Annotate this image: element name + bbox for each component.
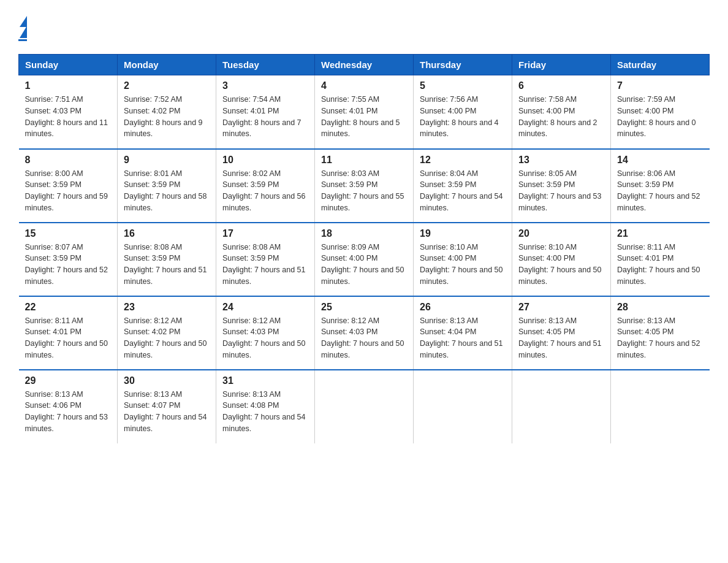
day-info: Sunrise: 8:10 AMSunset: 4:00 PMDaylight:… bbox=[518, 242, 604, 288]
day-info: Sunrise: 8:08 AMSunset: 3:59 PMDaylight:… bbox=[124, 242, 210, 288]
calendar-cell: 20Sunrise: 8:10 AMSunset: 4:00 PMDayligh… bbox=[512, 223, 611, 296]
day-info: Sunrise: 7:58 AMSunset: 4:00 PMDaylight:… bbox=[518, 94, 604, 140]
calendar-table: SundayMondayTuesdayWednesdayThursdayFrid… bbox=[18, 54, 710, 443]
day-number: 8 bbox=[25, 155, 112, 166]
day-number: 14 bbox=[617, 155, 703, 166]
day-number: 10 bbox=[222, 155, 308, 166]
weekday-header-saturday: Saturday bbox=[611, 55, 710, 75]
day-number: 20 bbox=[518, 228, 604, 239]
day-number: 22 bbox=[25, 302, 112, 313]
day-info: Sunrise: 8:01 AMSunset: 3:59 PMDaylight:… bbox=[124, 168, 210, 214]
calendar-cell: 21Sunrise: 8:11 AMSunset: 4:01 PMDayligh… bbox=[611, 223, 710, 296]
calendar-cell: 25Sunrise: 8:12 AMSunset: 4:03 PMDayligh… bbox=[315, 296, 414, 370]
day-info: Sunrise: 8:11 AMSunset: 4:01 PMDaylight:… bbox=[617, 242, 703, 288]
day-info: Sunrise: 8:12 AMSunset: 4:03 PMDaylight:… bbox=[222, 315, 308, 361]
calendar-cell: 7Sunrise: 7:59 AMSunset: 4:00 PMDaylight… bbox=[611, 75, 710, 149]
weekday-header-friday: Friday bbox=[512, 55, 611, 75]
day-number: 5 bbox=[420, 80, 506, 91]
day-number: 12 bbox=[420, 155, 506, 166]
day-number: 16 bbox=[124, 228, 210, 239]
day-info: Sunrise: 7:54 AMSunset: 4:01 PMDaylight:… bbox=[222, 94, 308, 140]
day-info: Sunrise: 8:03 AMSunset: 3:59 PMDaylight:… bbox=[321, 168, 407, 214]
day-info: Sunrise: 8:07 AMSunset: 3:59 PMDaylight:… bbox=[25, 242, 112, 288]
day-number: 28 bbox=[617, 302, 703, 313]
calendar-cell: 14Sunrise: 8:06 AMSunset: 3:59 PMDayligh… bbox=[611, 149, 710, 223]
day-number: 25 bbox=[321, 302, 407, 313]
calendar-week-row: 15Sunrise: 8:07 AMSunset: 3:59 PMDayligh… bbox=[19, 223, 710, 296]
day-number: 23 bbox=[124, 302, 210, 313]
day-info: Sunrise: 8:11 AMSunset: 4:01 PMDaylight:… bbox=[25, 315, 112, 361]
logo bbox=[18, 12, 27, 42]
calendar-cell: 29Sunrise: 8:13 AMSunset: 4:06 PMDayligh… bbox=[19, 370, 118, 443]
day-number: 11 bbox=[321, 155, 407, 166]
day-number: 18 bbox=[321, 228, 407, 239]
day-number: 19 bbox=[420, 228, 506, 239]
day-info: Sunrise: 7:59 AMSunset: 4:00 PMDaylight:… bbox=[617, 94, 703, 140]
calendar-cell: 12Sunrise: 8:04 AMSunset: 3:59 PMDayligh… bbox=[414, 149, 512, 223]
calendar-cell bbox=[611, 370, 710, 443]
calendar-cell: 24Sunrise: 8:12 AMSunset: 4:03 PMDayligh… bbox=[216, 296, 315, 370]
calendar-cell: 5Sunrise: 7:56 AMSunset: 4:00 PMDaylight… bbox=[414, 75, 512, 149]
calendar-cell: 23Sunrise: 8:12 AMSunset: 4:02 PMDayligh… bbox=[118, 296, 216, 370]
weekday-header-row: SundayMondayTuesdayWednesdayThursdayFrid… bbox=[19, 55, 710, 75]
calendar-cell: 27Sunrise: 8:13 AMSunset: 4:05 PMDayligh… bbox=[512, 296, 611, 370]
day-number: 26 bbox=[420, 302, 506, 313]
logo-blue-text bbox=[18, 39, 27, 42]
day-info: Sunrise: 7:55 AMSunset: 4:01 PMDaylight:… bbox=[321, 94, 407, 140]
calendar-cell: 3Sunrise: 7:54 AMSunset: 4:01 PMDaylight… bbox=[216, 75, 315, 149]
page-header bbox=[18, 12, 710, 42]
calendar-cell: 30Sunrise: 8:13 AMSunset: 4:07 PMDayligh… bbox=[118, 370, 216, 443]
calendar-cell: 1Sunrise: 7:51 AMSunset: 4:03 PMDaylight… bbox=[19, 75, 118, 149]
day-info: Sunrise: 8:13 AMSunset: 4:04 PMDaylight:… bbox=[420, 315, 506, 361]
calendar-cell bbox=[315, 370, 414, 443]
calendar-cell: 28Sunrise: 8:13 AMSunset: 4:05 PMDayligh… bbox=[611, 296, 710, 370]
weekday-header-sunday: Sunday bbox=[19, 55, 118, 75]
day-number: 13 bbox=[518, 155, 604, 166]
calendar-cell: 2Sunrise: 7:52 AMSunset: 4:02 PMDaylight… bbox=[118, 75, 216, 149]
day-info: Sunrise: 8:12 AMSunset: 4:02 PMDaylight:… bbox=[124, 315, 210, 361]
day-info: Sunrise: 8:09 AMSunset: 4:00 PMDaylight:… bbox=[321, 242, 407, 288]
calendar-cell: 22Sunrise: 8:11 AMSunset: 4:01 PMDayligh… bbox=[19, 296, 118, 370]
day-number: 17 bbox=[222, 228, 308, 239]
day-info: Sunrise: 7:52 AMSunset: 4:02 PMDaylight:… bbox=[124, 94, 210, 140]
day-info: Sunrise: 8:00 AMSunset: 3:59 PMDaylight:… bbox=[25, 168, 112, 214]
calendar-cell: 11Sunrise: 8:03 AMSunset: 3:59 PMDayligh… bbox=[315, 149, 414, 223]
day-number: 29 bbox=[25, 375, 112, 386]
day-number: 1 bbox=[25, 80, 112, 91]
day-info: Sunrise: 8:12 AMSunset: 4:03 PMDaylight:… bbox=[321, 315, 407, 361]
calendar-cell bbox=[414, 370, 512, 443]
calendar-cell: 16Sunrise: 8:08 AMSunset: 3:59 PMDayligh… bbox=[118, 223, 216, 296]
day-info: Sunrise: 8:13 AMSunset: 4:05 PMDaylight:… bbox=[617, 315, 703, 361]
calendar-cell: 8Sunrise: 8:00 AMSunset: 3:59 PMDaylight… bbox=[19, 149, 118, 223]
calendar-week-row: 29Sunrise: 8:13 AMSunset: 4:06 PMDayligh… bbox=[19, 370, 710, 443]
day-info: Sunrise: 8:04 AMSunset: 3:59 PMDaylight:… bbox=[420, 168, 506, 214]
calendar-week-row: 1Sunrise: 7:51 AMSunset: 4:03 PMDaylight… bbox=[19, 75, 710, 149]
day-info: Sunrise: 8:13 AMSunset: 4:05 PMDaylight:… bbox=[518, 315, 604, 361]
calendar-week-row: 22Sunrise: 8:11 AMSunset: 4:01 PMDayligh… bbox=[19, 296, 710, 370]
day-number: 21 bbox=[617, 228, 703, 239]
day-number: 31 bbox=[222, 375, 308, 386]
logo-arrow-icon bbox=[20, 26, 27, 38]
day-info: Sunrise: 8:06 AMSunset: 3:59 PMDaylight:… bbox=[617, 168, 703, 214]
weekday-header-wednesday: Wednesday bbox=[315, 55, 414, 75]
calendar-cell: 18Sunrise: 8:09 AMSunset: 4:00 PMDayligh… bbox=[315, 223, 414, 296]
day-info: Sunrise: 8:10 AMSunset: 4:00 PMDaylight:… bbox=[420, 242, 506, 288]
calendar-cell bbox=[512, 370, 611, 443]
day-info: Sunrise: 7:56 AMSunset: 4:00 PMDaylight:… bbox=[420, 94, 506, 140]
calendar-cell: 31Sunrise: 8:13 AMSunset: 4:08 PMDayligh… bbox=[216, 370, 315, 443]
weekday-header-thursday: Thursday bbox=[414, 55, 512, 75]
calendar-week-row: 8Sunrise: 8:00 AMSunset: 3:59 PMDaylight… bbox=[19, 149, 710, 223]
day-number: 27 bbox=[518, 302, 604, 313]
calendar-cell: 15Sunrise: 8:07 AMSunset: 3:59 PMDayligh… bbox=[19, 223, 118, 296]
day-number: 30 bbox=[124, 375, 210, 386]
calendar-cell: 9Sunrise: 8:01 AMSunset: 3:59 PMDaylight… bbox=[118, 149, 216, 223]
day-number: 15 bbox=[25, 228, 112, 239]
day-number: 3 bbox=[222, 80, 308, 91]
calendar-cell: 26Sunrise: 8:13 AMSunset: 4:04 PMDayligh… bbox=[414, 296, 512, 370]
day-number: 6 bbox=[518, 80, 604, 91]
day-info: Sunrise: 8:13 AMSunset: 4:07 PMDaylight:… bbox=[124, 389, 210, 435]
calendar-cell: 19Sunrise: 8:10 AMSunset: 4:00 PMDayligh… bbox=[414, 223, 512, 296]
day-number: 24 bbox=[222, 302, 308, 313]
day-number: 9 bbox=[124, 155, 210, 166]
day-info: Sunrise: 8:05 AMSunset: 3:59 PMDaylight:… bbox=[518, 168, 604, 214]
